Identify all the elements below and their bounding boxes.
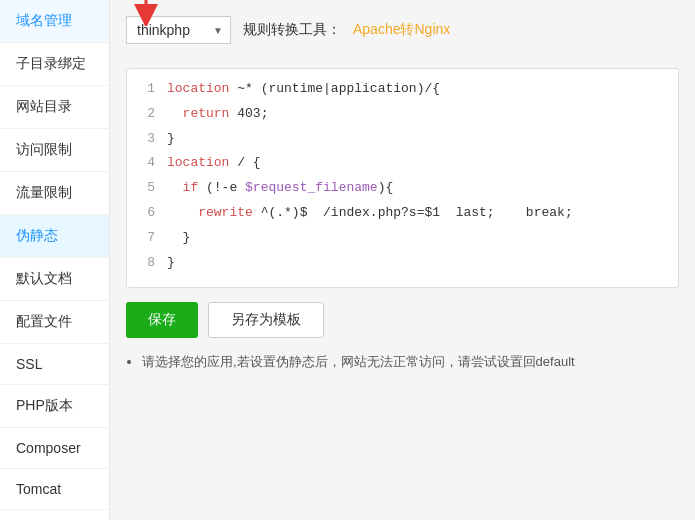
sidebar-item-label: 访问限制 xyxy=(16,141,72,159)
sidebar-item-label: SSL xyxy=(16,356,42,372)
sidebar-item-label: Composer xyxy=(16,440,81,456)
line-number: 6 xyxy=(135,203,155,224)
line-number: 1 xyxy=(135,79,155,100)
sidebar: 域名管理 子目录绑定 网站目录 访问限制 流量限制 伪静态 默认文档 配置文件 … xyxy=(0,0,110,520)
code-line-4: 4 location / { xyxy=(127,151,678,176)
sidebar-item-sitedir[interactable]: 网站目录 xyxy=(0,86,109,129)
sidebar-item-trafficlimit[interactable]: 流量限制 xyxy=(0,172,109,215)
line-number: 2 xyxy=(135,104,155,125)
line-content: } xyxy=(167,228,190,249)
rule-convert-label: 规则转换工具： xyxy=(243,21,341,39)
code-line-6: 6 rewrite ^(.*)$ /index.php?s=$1 last; b… xyxy=(127,201,678,226)
template-select[interactable]: thinkphp laravel wordpress default xyxy=(126,16,231,44)
line-content: return 403; xyxy=(167,104,268,125)
line-content: if (!-e $request_filename){ xyxy=(167,178,393,199)
code-editor[interactable]: 1 location ~* (runtime|application)/{ 2 … xyxy=(126,68,679,288)
sidebar-item-tomcat[interactable]: Tomcat xyxy=(0,469,109,510)
toolbar-row: thinkphp laravel wordpress default ▼ 规则转… xyxy=(126,16,450,44)
notes-list: 请选择您的应用,若设置伪静态后，网站无法正常访问，请尝试设置回default xyxy=(126,352,679,372)
line-number: 4 xyxy=(135,153,155,174)
sidebar-item-ssl[interactable]: SSL xyxy=(0,344,109,385)
save-button[interactable]: 保存 xyxy=(126,302,198,338)
sidebar-item-label: 子目录绑定 xyxy=(16,55,86,73)
sidebar-item-label: 流量限制 xyxy=(16,184,72,202)
line-number: 8 xyxy=(135,253,155,274)
sidebar-item-redirect[interactable]: 重定向 xyxy=(0,510,109,520)
sidebar-item-configfile[interactable]: 配置文件 xyxy=(0,301,109,344)
button-row: 保存 另存为模板 xyxy=(126,302,679,338)
line-content: rewrite ^(.*)$ /index.php?s=$1 last; bre… xyxy=(167,203,573,224)
rule-convert-link[interactable]: Apache转Nginx xyxy=(353,21,450,39)
code-line-5: 5 if (!-e $request_filename){ xyxy=(127,176,678,201)
sidebar-item-label: 网站目录 xyxy=(16,98,72,116)
sidebar-item-accesslimit[interactable]: 访问限制 xyxy=(0,129,109,172)
sidebar-item-label: 默认文档 xyxy=(16,270,72,288)
line-number: 5 xyxy=(135,178,155,199)
sidebar-item-defaultdoc[interactable]: 默认文档 xyxy=(0,258,109,301)
code-line-3: 3 } xyxy=(127,127,678,152)
sidebar-item-label: 配置文件 xyxy=(16,313,72,331)
code-line-8: 8 } xyxy=(127,251,678,276)
line-content: location ~* (runtime|application)/{ xyxy=(167,79,440,100)
sidebar-item-label: 伪静态 xyxy=(16,227,58,245)
code-line-2: 2 return 403; xyxy=(127,102,678,127)
line-number: 7 xyxy=(135,228,155,249)
sidebar-item-label: 域名管理 xyxy=(16,12,72,30)
sidebar-item-label: PHP版本 xyxy=(16,397,73,415)
sidebar-item-label: Tomcat xyxy=(16,481,61,497)
sidebar-item-composer[interactable]: Composer xyxy=(0,428,109,469)
sidebar-item-phpversion[interactable]: PHP版本 xyxy=(0,385,109,428)
notes-item-1: 请选择您的应用,若设置伪静态后，网站无法正常访问，请尝试设置回default xyxy=(142,352,679,372)
sidebar-item-pseudostatic[interactable]: 伪静态 xyxy=(0,215,109,258)
code-line-7: 7 } xyxy=(127,226,678,251)
line-number: 3 xyxy=(135,129,155,150)
line-content: } xyxy=(167,129,175,150)
code-line-1: 1 location ~* (runtime|application)/{ xyxy=(127,77,678,102)
sidebar-item-domainmgr[interactable]: 域名管理 xyxy=(0,0,109,43)
sidebar-item-subdirbind[interactable]: 子目录绑定 xyxy=(0,43,109,86)
line-content: location / { xyxy=(167,153,261,174)
main-content: thinkphp laravel wordpress default ▼ 规则转… xyxy=(110,0,695,520)
template-select-wrapper: thinkphp laravel wordpress default ▼ xyxy=(126,16,231,44)
line-content: } xyxy=(167,253,175,274)
save-as-template-button[interactable]: 另存为模板 xyxy=(208,302,324,338)
